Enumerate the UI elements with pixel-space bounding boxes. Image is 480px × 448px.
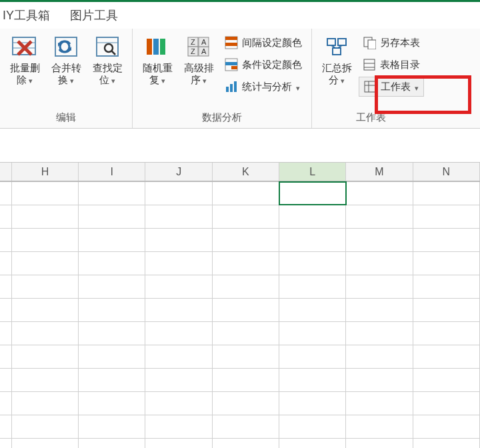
advanced-sort-button[interactable]: ZAAZ 高级排 序 <box>179 31 218 86</box>
cell[interactable] <box>279 322 346 345</box>
cell[interactable] <box>279 369 346 391</box>
cell[interactable] <box>0 369 12 391</box>
condition-color-button[interactable]: 条件设定颜色 <box>221 55 306 75</box>
cell[interactable] <box>213 439 279 448</box>
column-header[interactable]: H <box>12 163 79 181</box>
cell[interactable] <box>413 392 480 415</box>
cell[interactable] <box>79 369 145 391</box>
cell[interactable] <box>12 369 79 391</box>
cell[interactable] <box>413 252 480 275</box>
find-locate-button[interactable]: 查找定 位 <box>88 31 127 86</box>
cell[interactable] <box>346 182 413 205</box>
batch-delete-button[interactable]: 批量删 除 <box>5 31 44 86</box>
cell[interactable] <box>12 252 79 275</box>
merge-convert-button[interactable]: 合并转 换 <box>47 31 85 86</box>
cell[interactable] <box>12 182 79 205</box>
cell[interactable] <box>145 345 212 368</box>
cell[interactable] <box>0 252 12 275</box>
tab-diy-tools[interactable]: IY工具箱 <box>3 7 50 23</box>
cell[interactable] <box>213 345 279 368</box>
cell[interactable] <box>79 229 145 251</box>
cell[interactable] <box>279 229 346 251</box>
cell[interactable] <box>279 439 346 448</box>
cell[interactable] <box>346 322 413 345</box>
cell[interactable] <box>213 182 279 205</box>
cell[interactable] <box>279 415 346 438</box>
cell[interactable] <box>79 205 145 228</box>
cell[interactable] <box>145 299 212 321</box>
column-header[interactable]: M <box>346 163 413 181</box>
cell[interactable] <box>0 229 12 251</box>
cell[interactable] <box>79 345 145 368</box>
cell[interactable] <box>346 392 413 415</box>
cell[interactable] <box>213 229 279 251</box>
cell[interactable] <box>279 182 346 205</box>
cell[interactable] <box>79 439 145 448</box>
cell[interactable] <box>346 252 413 275</box>
cell[interactable] <box>413 439 480 448</box>
cell[interactable] <box>0 205 12 228</box>
cell[interactable] <box>346 415 413 438</box>
cell[interactable] <box>12 322 79 345</box>
cell[interactable] <box>279 392 346 415</box>
cell[interactable] <box>213 205 279 228</box>
cell[interactable] <box>213 275 279 298</box>
cell[interactable] <box>279 252 346 275</box>
cell[interactable] <box>413 415 480 438</box>
cell[interactable] <box>12 229 79 251</box>
cell[interactable] <box>213 322 279 345</box>
cell[interactable] <box>79 322 145 345</box>
cell[interactable] <box>413 299 480 321</box>
cell[interactable] <box>0 439 12 448</box>
interval-color-button[interactable]: 间隔设定颜色 <box>221 33 306 53</box>
cell[interactable] <box>279 299 346 321</box>
cell[interactable] <box>12 439 79 448</box>
cell[interactable] <box>145 392 212 415</box>
cell[interactable] <box>12 345 79 368</box>
cell[interactable] <box>0 392 12 415</box>
cell[interactable] <box>12 205 79 228</box>
cell[interactable] <box>12 392 79 415</box>
cell[interactable] <box>346 275 413 298</box>
spreadsheet-grid[interactable]: HIJKLMN <box>0 162 480 448</box>
cell[interactable] <box>213 299 279 321</box>
cell[interactable] <box>145 439 212 448</box>
column-header[interactable]: J <box>145 163 212 181</box>
cell[interactable] <box>79 182 145 205</box>
column-header[interactable] <box>0 163 12 181</box>
column-header[interactable]: K <box>213 163 279 181</box>
cell[interactable] <box>79 275 145 298</box>
cell[interactable] <box>346 369 413 391</box>
cell[interactable] <box>145 205 212 228</box>
cell[interactable] <box>346 345 413 368</box>
cell[interactable] <box>413 229 480 251</box>
cell[interactable] <box>0 299 12 321</box>
cell[interactable] <box>279 205 346 228</box>
cell[interactable] <box>279 345 346 368</box>
cell[interactable] <box>145 415 212 438</box>
cell[interactable] <box>79 252 145 275</box>
cell[interactable] <box>346 299 413 321</box>
cell[interactable] <box>0 345 12 368</box>
cell[interactable] <box>413 322 480 345</box>
stats-analysis-button[interactable]: 统计与分析 <box>221 77 306 97</box>
column-header[interactable]: N <box>413 163 480 181</box>
column-header[interactable]: I <box>79 163 145 181</box>
toc-button[interactable]: 表格目录 <box>359 55 424 75</box>
cell[interactable] <box>0 182 12 205</box>
cell[interactable] <box>145 322 212 345</box>
cell[interactable] <box>79 392 145 415</box>
cell[interactable] <box>213 415 279 438</box>
cell[interactable] <box>413 182 480 205</box>
cell[interactable] <box>346 439 413 448</box>
cell[interactable] <box>0 275 12 298</box>
cell[interactable] <box>279 275 346 298</box>
cell[interactable] <box>12 299 79 321</box>
cell[interactable] <box>413 345 480 368</box>
worksheet-button[interactable]: 工作表 <box>359 77 424 97</box>
random-repeat-button[interactable]: 随机重 复 <box>138 31 177 86</box>
column-header[interactable]: L <box>279 163 346 181</box>
cell[interactable] <box>213 392 279 415</box>
cell[interactable] <box>213 369 279 391</box>
cell[interactable] <box>145 369 212 391</box>
